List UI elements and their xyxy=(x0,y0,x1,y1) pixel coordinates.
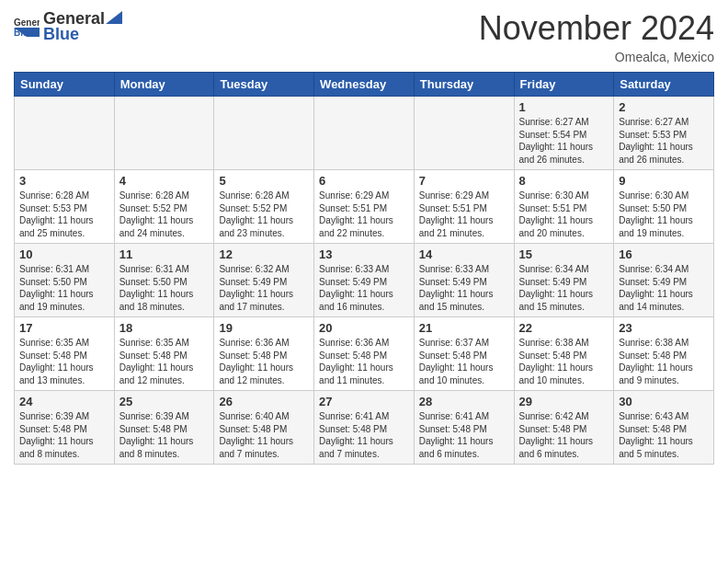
calendar-cell xyxy=(314,97,415,170)
day-info: Sunrise: 6:37 AM Sunset: 5:48 PM Dayligh… xyxy=(419,337,509,386)
day-number: 23 xyxy=(619,321,709,335)
day-info: Sunrise: 6:39 AM Sunset: 5:48 PM Dayligh… xyxy=(119,410,210,460)
day-number: 19 xyxy=(219,321,309,335)
day-info: Sunrise: 6:36 AM Sunset: 5:48 PM Dayligh… xyxy=(219,337,309,386)
calendar-week-3: 17Sunrise: 6:35 AM Sunset: 5:48 PM Dayli… xyxy=(15,317,714,391)
day-number: 11 xyxy=(119,247,210,261)
day-info: Sunrise: 6:32 AM Sunset: 5:49 PM Dayligh… xyxy=(219,263,309,313)
month-title: November 2024 xyxy=(479,9,714,48)
day-number: 2 xyxy=(619,100,709,114)
calendar-cell: 4Sunrise: 6:28 AM Sunset: 5:52 PM Daylig… xyxy=(114,170,214,244)
calendar-cell: 8Sunrise: 6:30 AM Sunset: 5:51 PM Daylig… xyxy=(514,170,614,244)
calendar-cell: 26Sunrise: 6:40 AM Sunset: 5:48 PM Dayli… xyxy=(214,391,314,465)
day-number: 1 xyxy=(519,100,609,114)
col-saturday: Saturday xyxy=(614,73,714,97)
day-number: 16 xyxy=(619,247,709,261)
calendar-cell xyxy=(114,97,214,170)
day-info: Sunrise: 6:42 AM Sunset: 5:48 PM Dayligh… xyxy=(519,410,609,460)
svg-marker-3 xyxy=(106,11,122,24)
calendar-cell: 6Sunrise: 6:29 AM Sunset: 5:51 PM Daylig… xyxy=(314,170,415,244)
calendar-header: Sunday Monday Tuesday Wednesday Thursday… xyxy=(15,73,714,97)
day-info: Sunrise: 6:38 AM Sunset: 5:48 PM Dayligh… xyxy=(619,337,709,386)
day-info: Sunrise: 6:39 AM Sunset: 5:48 PM Dayligh… xyxy=(19,410,109,460)
calendar-cell: 27Sunrise: 6:41 AM Sunset: 5:48 PM Dayli… xyxy=(314,391,415,465)
day-info: Sunrise: 6:41 AM Sunset: 5:48 PM Dayligh… xyxy=(419,410,509,460)
logo: General Blue General Blue xyxy=(14,9,123,44)
col-thursday: Thursday xyxy=(414,73,514,97)
day-number: 12 xyxy=(219,247,309,261)
calendar-cell: 20Sunrise: 6:36 AM Sunset: 5:48 PM Dayli… xyxy=(314,317,415,391)
calendar-cell: 18Sunrise: 6:35 AM Sunset: 5:48 PM Dayli… xyxy=(114,317,214,391)
day-number: 3 xyxy=(19,174,109,188)
day-number: 21 xyxy=(419,321,509,335)
logo-icon: General Blue xyxy=(14,17,40,37)
day-number: 18 xyxy=(119,321,210,335)
calendar-cell: 25Sunrise: 6:39 AM Sunset: 5:48 PM Dayli… xyxy=(114,391,214,465)
day-info: Sunrise: 6:34 AM Sunset: 5:49 PM Dayligh… xyxy=(519,263,609,313)
calendar-cell: 5Sunrise: 6:28 AM Sunset: 5:52 PM Daylig… xyxy=(214,170,314,244)
col-monday: Monday xyxy=(114,73,214,97)
day-number: 22 xyxy=(519,321,609,335)
day-info: Sunrise: 6:29 AM Sunset: 5:51 PM Dayligh… xyxy=(419,190,509,239)
day-info: Sunrise: 6:35 AM Sunset: 5:48 PM Dayligh… xyxy=(119,337,210,386)
calendar-cell: 22Sunrise: 6:38 AM Sunset: 5:48 PM Dayli… xyxy=(514,317,614,391)
calendar-cell: 14Sunrise: 6:33 AM Sunset: 5:49 PM Dayli… xyxy=(414,244,514,317)
day-info: Sunrise: 6:38 AM Sunset: 5:48 PM Dayligh… xyxy=(519,337,609,386)
location: Omealca, Mexico xyxy=(479,50,714,64)
col-tuesday: Tuesday xyxy=(214,73,314,97)
calendar-body: 1Sunrise: 6:27 AM Sunset: 5:54 PM Daylig… xyxy=(15,97,714,465)
calendar-cell: 13Sunrise: 6:33 AM Sunset: 5:49 PM Dayli… xyxy=(314,244,415,317)
col-friday: Friday xyxy=(514,73,614,97)
header-row: Sunday Monday Tuesday Wednesday Thursday… xyxy=(15,73,714,97)
title-section: November 2024 Omealca, Mexico xyxy=(479,9,714,64)
day-number: 29 xyxy=(519,395,609,408)
day-info: Sunrise: 6:34 AM Sunset: 5:49 PM Dayligh… xyxy=(619,263,709,313)
day-info: Sunrise: 6:28 AM Sunset: 5:52 PM Dayligh… xyxy=(219,190,309,239)
calendar-cell: 11Sunrise: 6:31 AM Sunset: 5:50 PM Dayli… xyxy=(114,244,214,317)
svg-text:Blue: Blue xyxy=(14,28,34,37)
logo-bird-icon xyxy=(106,11,122,24)
day-number: 7 xyxy=(419,174,509,188)
header: General Blue General Blue November 2024 … xyxy=(14,9,714,64)
day-number: 25 xyxy=(119,395,210,408)
calendar-week-2: 10Sunrise: 6:31 AM Sunset: 5:50 PM Dayli… xyxy=(15,244,714,317)
calendar-cell: 28Sunrise: 6:41 AM Sunset: 5:48 PM Dayli… xyxy=(414,391,514,465)
day-number: 24 xyxy=(19,395,109,408)
col-wednesday: Wednesday xyxy=(314,73,415,97)
calendar-week-1: 3Sunrise: 6:28 AM Sunset: 5:53 PM Daylig… xyxy=(15,170,714,244)
calendar-cell: 29Sunrise: 6:42 AM Sunset: 5:48 PM Dayli… xyxy=(514,391,614,465)
day-info: Sunrise: 6:43 AM Sunset: 5:48 PM Dayligh… xyxy=(619,410,709,460)
day-info: Sunrise: 6:31 AM Sunset: 5:50 PM Dayligh… xyxy=(19,263,109,313)
day-number: 14 xyxy=(419,247,509,261)
day-info: Sunrise: 6:36 AM Sunset: 5:48 PM Dayligh… xyxy=(319,337,409,386)
calendar-cell xyxy=(15,97,115,170)
day-info: Sunrise: 6:33 AM Sunset: 5:49 PM Dayligh… xyxy=(319,263,409,313)
day-info: Sunrise: 6:31 AM Sunset: 5:50 PM Dayligh… xyxy=(119,263,210,313)
day-info: Sunrise: 6:27 AM Sunset: 5:53 PM Dayligh… xyxy=(619,116,709,166)
calendar-cell: 10Sunrise: 6:31 AM Sunset: 5:50 PM Dayli… xyxy=(15,244,115,317)
calendar-cell: 16Sunrise: 6:34 AM Sunset: 5:49 PM Dayli… xyxy=(614,244,714,317)
calendar-cell: 12Sunrise: 6:32 AM Sunset: 5:49 PM Dayli… xyxy=(214,244,314,317)
calendar-cell: 9Sunrise: 6:30 AM Sunset: 5:50 PM Daylig… xyxy=(614,170,714,244)
svg-text:General: General xyxy=(14,17,40,28)
calendar-cell xyxy=(214,97,314,170)
calendar-cell: 1Sunrise: 6:27 AM Sunset: 5:54 PM Daylig… xyxy=(514,97,614,170)
calendar-cell: 17Sunrise: 6:35 AM Sunset: 5:48 PM Dayli… xyxy=(15,317,115,391)
day-number: 8 xyxy=(519,174,609,188)
calendar-cell: 15Sunrise: 6:34 AM Sunset: 5:49 PM Dayli… xyxy=(514,244,614,317)
day-info: Sunrise: 6:40 AM Sunset: 5:48 PM Dayligh… xyxy=(219,410,309,460)
calendar-cell: 19Sunrise: 6:36 AM Sunset: 5:48 PM Dayli… xyxy=(214,317,314,391)
day-info: Sunrise: 6:35 AM Sunset: 5:48 PM Dayligh… xyxy=(19,337,109,386)
day-number: 17 xyxy=(19,321,109,335)
day-number: 20 xyxy=(319,321,409,335)
day-number: 6 xyxy=(319,174,409,188)
day-info: Sunrise: 6:30 AM Sunset: 5:50 PM Dayligh… xyxy=(619,190,709,239)
day-info: Sunrise: 6:28 AM Sunset: 5:53 PM Dayligh… xyxy=(19,190,109,239)
day-info: Sunrise: 6:33 AM Sunset: 5:49 PM Dayligh… xyxy=(419,263,509,313)
calendar-cell: 24Sunrise: 6:39 AM Sunset: 5:48 PM Dayli… xyxy=(15,391,115,465)
day-number: 30 xyxy=(619,395,709,408)
day-number: 28 xyxy=(419,395,509,408)
page: General Blue General Blue November 2024 … xyxy=(0,0,728,563)
calendar-cell: 3Sunrise: 6:28 AM Sunset: 5:53 PM Daylig… xyxy=(15,170,115,244)
calendar-cell: 30Sunrise: 6:43 AM Sunset: 5:48 PM Dayli… xyxy=(614,391,714,465)
